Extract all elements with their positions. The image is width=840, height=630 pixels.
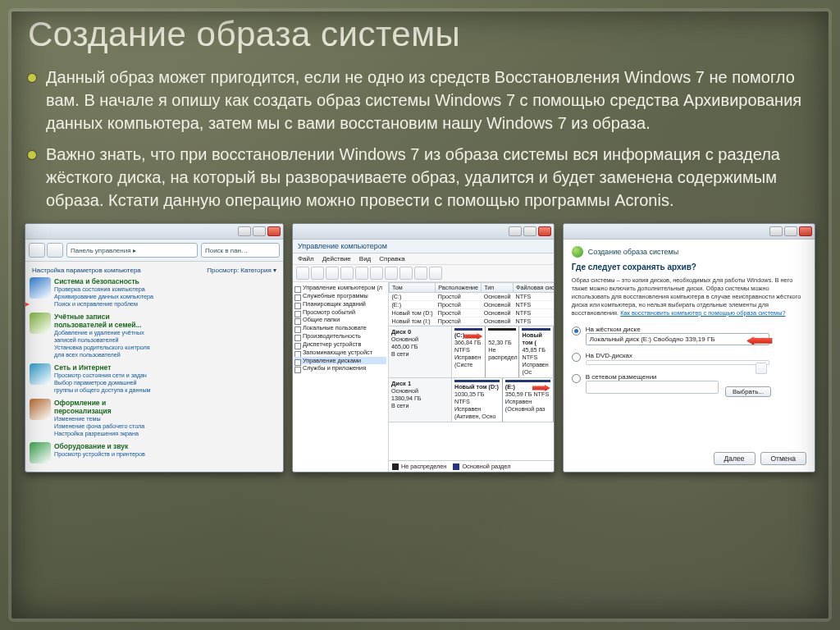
radio-icon[interactable]	[572, 353, 581, 362]
menu-item[interactable]: Файл	[298, 255, 314, 262]
partition[interactable]: Новый том (D:)1030,35 ГБ NTFSИсправен (А…	[452, 378, 503, 422]
category-title[interactable]: Сеть и Интернет	[54, 363, 154, 372]
close-button[interactable]	[799, 226, 812, 236]
address-bar[interactable]: Панель управления ▸	[66, 243, 198, 258]
partition[interactable]: (C:)366,84 ГБ NTFSИсправен (Систе	[452, 326, 486, 377]
next-button[interactable]: Далее	[714, 452, 756, 465]
tree-node[interactable]: Общие папки	[294, 316, 386, 324]
minimize-button[interactable]	[509, 226, 522, 236]
category-sublink[interactable]: Просмотр состояния сети и задач	[54, 372, 154, 379]
search-box[interactable]: Поиск в пан…	[201, 243, 280, 258]
window-create-system-image: Создание образа системы Где следует сохр…	[563, 223, 815, 472]
volume-row[interactable]: Новый том (D:)ПростойОсновнойNTFSИсправе	[389, 309, 554, 317]
tree-node[interactable]: Управление дисками	[294, 357, 386, 365]
window-computer-management: Управление компьютером ФайлДействиеВидСп…	[292, 223, 555, 472]
tree-node[interactable]: Планировщик заданий	[294, 300, 386, 308]
category-sublink[interactable]: Установка родительского контроля для все…	[54, 344, 154, 358]
bullet-2: Важно знать, что при восстановлении Wind…	[28, 143, 815, 212]
category-title[interactable]: Оформление и персонализация	[54, 399, 154, 415]
category-sublink[interactable]: Архивирование данных компьютера	[54, 293, 153, 300]
partition[interactable]: 52,30 ГБНе распредел	[486, 326, 519, 377]
volume-row[interactable]: Новый том (I:)ПростойОсновнойNTFSИсправе	[389, 317, 554, 326]
option-network[interactable]: В сетевом размещении Выбрать...	[572, 373, 806, 395]
category-title[interactable]: Учётные записи пользователей и семей...	[54, 313, 154, 329]
column-header[interactable]: Расположение	[436, 283, 482, 293]
toolbar[interactable]	[293, 265, 554, 282]
arrow-icon	[464, 333, 482, 340]
shield-icon	[572, 246, 583, 258]
menu-item[interactable]: Вид	[359, 255, 371, 262]
column-header[interactable]: Том	[389, 283, 435, 293]
category-sublink[interactable]: Выбор параметров домашней группы и общег…	[54, 379, 154, 394]
tree-node[interactable]: Управление компьютером (л	[294, 284, 386, 292]
radio-icon[interactable]	[572, 374, 581, 383]
tree-node[interactable]: Служебные программы	[294, 292, 386, 300]
tree-pane[interactable]: Управление компьютером (лСлужебные прогр…	[293, 282, 389, 472]
tree-node[interactable]: Локальные пользовате	[294, 324, 386, 332]
tree-node[interactable]: Производительность	[294, 332, 386, 340]
wizard-question: Где следует сохранять архив?	[572, 262, 806, 272]
volume-row[interactable]: (E:)ПростойОсновнойNTFSИсправе	[389, 301, 554, 309]
category-title[interactable]: Система и безопасность	[54, 277, 153, 285]
dvd-select	[586, 360, 769, 365]
arrow-icon	[532, 385, 550, 391]
titlebar	[25, 224, 283, 240]
category-icon	[30, 313, 51, 334]
bullet-list: Данный образ может пригодится, если не о…	[21, 66, 819, 212]
volume-table[interactable]: ТомРасположениеТипФайловая системаСостоя…	[389, 282, 555, 326]
titlebar	[293, 224, 554, 240]
help-link[interactable]: Как восстановить компьютер с помощью обр…	[620, 309, 785, 317]
browse-button[interactable]: Выбрать...	[725, 386, 771, 397]
close-button[interactable]	[267, 226, 281, 236]
category-sublink[interactable]: Изменение фона рабочего стола	[54, 422, 154, 430]
minimize-button[interactable]	[769, 226, 783, 236]
category-sublink[interactable]: Настройка разрешения экрана	[54, 430, 154, 437]
category-item[interactable]: Система и безопасностьПроверка состояния…	[28, 276, 156, 309]
option-label: В сетевом размещении	[586, 373, 806, 381]
category-item[interactable]: Оформление и персонализацияИзменение тем…	[28, 397, 156, 439]
option-hdd[interactable]: На жёстком диске Локальный диск (E:) Сво…	[572, 326, 806, 345]
category-item[interactable]: Учётные записи пользователей и семей...Д…	[28, 311, 156, 360]
option-dvd[interactable]: На DVD-дисках	[572, 352, 806, 367]
category-grid: Система и безопасностьПроверка состояния…	[25, 276, 283, 465]
category-icon	[30, 399, 51, 420]
partition[interactable]: (E:)350,59 ГБ NTFSИсправен (Основной раз	[503, 378, 554, 422]
category-sublink[interactable]: Просмотр устройств и принтеров	[54, 450, 145, 458]
minimize-button[interactable]	[238, 226, 251, 236]
nav-buttons[interactable]	[29, 243, 63, 258]
tree-node[interactable]: Службы и приложения	[294, 364, 386, 372]
maximize-button[interactable]	[253, 226, 266, 236]
cp-header: Настройка параметров компьютера	[32, 267, 141, 274]
legend: Не распределен Основной раздел	[389, 460, 554, 472]
volume-row[interactable]: (C:)ПростойОсновнойNTFSИсправе	[389, 293, 554, 301]
close-button[interactable]	[538, 226, 551, 236]
tree-node[interactable]: Запоминающие устройст	[294, 349, 386, 357]
menu-item[interactable]: Справка	[379, 255, 404, 262]
tree-node[interactable]: Просмотр событий	[294, 308, 386, 317]
menu-item[interactable]: Действие	[322, 255, 351, 262]
window-title: Управление компьютером	[293, 240, 554, 253]
category-sublink[interactable]: Изменение темы	[54, 415, 154, 422]
cancel-button[interactable]: Отмена	[760, 452, 807, 465]
menu-bar[interactable]: ФайлДействиеВидСправка	[293, 253, 554, 265]
radio-icon[interactable]	[572, 326, 581, 336]
view-mode[interactable]: Просмотр: Категория ▾	[207, 267, 276, 274]
category-sublink[interactable]: Поиск и исправление проблем	[54, 300, 153, 308]
category-sublink[interactable]: Проверка состояния компьютера	[54, 285, 153, 293]
partition[interactable]: Новый том (45,85 ГБ NTFSИсправен (Ос	[519, 326, 553, 377]
column-header[interactable]: Тип	[482, 283, 514, 293]
slide-title: Создание образа системы	[21, 15, 819, 54]
disk-layout[interactable]: Диск 0Основной465,00 ГБВ сети(C:)366,84 …	[389, 326, 554, 460]
category-item[interactable]: Оборудование и звукПросмотр устройств и …	[28, 441, 156, 465]
network-path-input[interactable]	[586, 381, 719, 394]
option-label: На жёстком диске	[586, 326, 806, 333]
category-title[interactable]: Оборудование и звук	[54, 442, 145, 450]
disk-label: Диск 1Основной1380,94 ГБВ сети	[389, 378, 452, 422]
category-sublink[interactable]: Добавление и удаление учётных записей по…	[54, 329, 154, 344]
maximize-button[interactable]	[784, 226, 797, 236]
category-item[interactable]: Сеть и ИнтернетПросмотр состояния сети и…	[28, 362, 156, 395]
column-header[interactable]: Файловая система	[514, 283, 555, 293]
maximize-button[interactable]	[523, 226, 536, 236]
hdd-select[interactable]: Локальный диск (E:) Свободно 339,19 ГБ	[586, 333, 769, 345]
tree-node[interactable]: Диспетчер устройств	[294, 340, 386, 349]
